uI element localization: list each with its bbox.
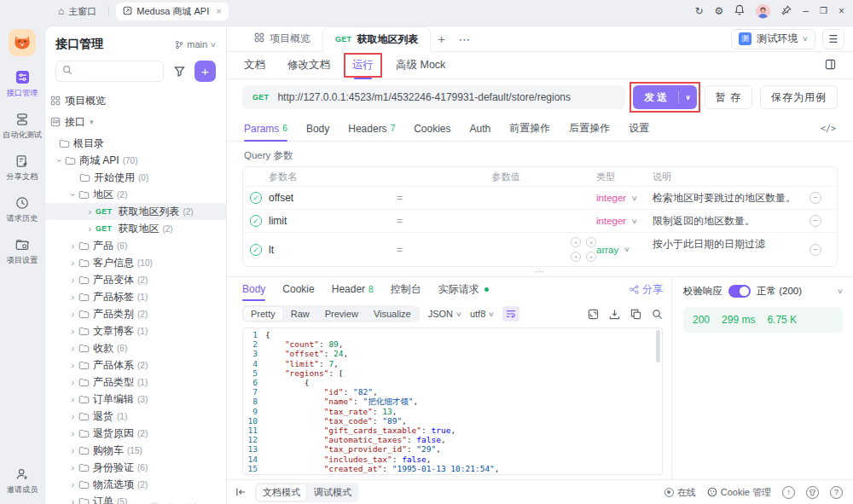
panel-splitter-handle[interactable]: ⋯: [227, 267, 853, 276]
tree-item-项目概览[interactable]: 项目概览: [45, 92, 226, 109]
hamburger-menu-icon[interactable]: ☰: [822, 29, 844, 49]
param-tab-Headers[interactable]: Headers7: [348, 116, 395, 142]
tree-item-收款[interactable]: ›收款(6): [45, 339, 226, 356]
chevron-right-icon[interactable]: ›: [67, 241, 78, 251]
tree-item-地区[interactable]: ›地区(2): [45, 186, 226, 203]
scrollbar-thumb[interactable]: [656, 330, 660, 362]
chevron-right-icon[interactable]: ›: [67, 258, 78, 268]
chevron-right-icon[interactable]: ›: [67, 275, 78, 285]
param-tab-Cookies[interactable]: Cookies: [414, 116, 450, 142]
response-json-viewer[interactable]: 1{2 "count": 89,3 "offset": 24,4 "limit"…: [242, 327, 663, 475]
tree-item-文章博客[interactable]: ›文章博客(1): [45, 322, 226, 339]
param-tab-Body[interactable]: Body: [306, 116, 329, 142]
rail-item-share-doc[interactable]: 分享文档: [1, 154, 44, 182]
remove-item-icon[interactable]: ×: [586, 237, 596, 247]
validate-toggle[interactable]: [728, 285, 751, 298]
chevron-right-icon[interactable]: ›: [67, 344, 78, 353]
param-enabled-check[interactable]: ✓: [250, 215, 262, 227]
environment-selector[interactable]: 测 测试环境 ∨: [731, 29, 815, 49]
maximize-icon[interactable]: ❐: [820, 7, 827, 15]
chevron-right-icon[interactable]: ›: [67, 463, 78, 472]
mode-tab-文档模式[interactable]: 文档模式: [257, 484, 306, 501]
chevron-right-icon[interactable]: ›: [67, 310, 78, 319]
tree-item-根目录[interactable]: 根目录: [45, 135, 226, 152]
chevron-down-icon[interactable]: ›: [55, 155, 64, 166]
theme-shirt-icon[interactable]: [806, 486, 819, 499]
rail-item-auto-test[interactable]: 自动化测试: [1, 112, 44, 141]
chevron-right-icon[interactable]: ›: [67, 395, 78, 404]
request-tab-运行[interactable]: 运行: [352, 52, 374, 79]
format-tab-Raw[interactable]: Raw: [284, 307, 316, 321]
filter-icon[interactable]: [169, 61, 189, 82]
expand-icon[interactable]: [588, 309, 599, 320]
rail-item-project-settings[interactable]: 项目设置: [1, 237, 44, 266]
tab-project-overview[interactable]: 项目概览: [242, 26, 322, 52]
param-tab-后置操作[interactable]: 后置操作: [569, 116, 610, 142]
word-wrap-icon[interactable]: [502, 306, 519, 322]
tree-item-客户信息[interactable]: ›客户信息(10): [45, 254, 226, 271]
tree-item-订单编辑[interactable]: ›订单编辑(3): [45, 391, 226, 408]
upgrade-icon[interactable]: ↑: [782, 486, 795, 499]
settings-gear-icon[interactable]: ⚙: [715, 6, 724, 16]
chevron-down-icon[interactable]: ∨: [837, 287, 844, 295]
tree-item-产品标签[interactable]: ›产品标签(1): [45, 288, 226, 305]
add-api-button[interactable]: +: [194, 61, 216, 82]
param-type-select[interactable]: integer∨: [596, 193, 653, 203]
new-tab-button[interactable]: +: [431, 32, 451, 46]
tree-item-退货[interactable]: ›退货(1): [45, 408, 226, 425]
response-status-select[interactable]: 正常 (200): [757, 285, 802, 298]
rail-item-history[interactable]: 请求历史: [1, 195, 44, 224]
param-row-lt[interactable]: ✓lt=+×+×array∨按小于此日期的日期过滤−: [243, 232, 837, 266]
rail-item-api-manage[interactable]: 接口管理: [1, 70, 44, 99]
app-logo[interactable]: [9, 29, 36, 56]
format-tab-Visualize[interactable]: Visualize: [367, 307, 418, 321]
tab-more-icon[interactable]: ⋯: [452, 32, 478, 46]
param-type-select[interactable]: array∨: [596, 245, 653, 255]
encoding-select[interactable]: utf8∨: [470, 309, 494, 319]
add-item-icon[interactable]: +: [571, 252, 581, 262]
refresh-icon[interactable]: ↻: [695, 6, 704, 16]
param-row-limit[interactable]: ✓limit=integer∨限制返回的地区数量。−: [243, 209, 837, 232]
tree-item-产品类型[interactable]: ›产品类型(1): [45, 374, 226, 391]
response-tab-Body[interactable]: Body: [242, 277, 265, 301]
chevron-right-icon[interactable]: ›: [67, 480, 78, 490]
request-tab-修改文档[interactable]: 修改文档: [287, 52, 330, 79]
notifications-bell-icon[interactable]: [734, 4, 745, 18]
chevron-right-icon[interactable]: ›: [67, 327, 78, 336]
close-tab-icon[interactable]: ×: [216, 6, 221, 16]
help-icon[interactable]: ?: [830, 486, 843, 499]
user-avatar[interactable]: [756, 4, 770, 19]
param-enabled-check[interactable]: ✓: [250, 244, 262, 256]
send-button[interactable]: 发送 ∨: [633, 85, 697, 109]
download-icon[interactable]: [609, 309, 620, 320]
chevron-right-icon[interactable]: ›: [67, 446, 78, 455]
mode-tab-调试模式[interactable]: 调试模式: [308, 484, 357, 501]
tree-item-获取地区[interactable]: ›GET获取地区(2): [45, 220, 226, 237]
search-input[interactable]: [55, 61, 164, 82]
param-type-select[interactable]: integer∨: [596, 216, 653, 226]
chevron-right-icon[interactable]: ›: [67, 497, 78, 504]
param-tab-Params[interactable]: Params6: [244, 116, 287, 142]
cookie-manager[interactable]: Cookie 管理: [707, 486, 771, 499]
remove-param-icon[interactable]: −: [809, 244, 821, 256]
request-tab-高级 Mock[interactable]: 高级 Mock: [396, 52, 445, 79]
chevron-right-icon[interactable]: ›: [67, 378, 78, 387]
chevron-right-icon[interactable]: ›: [67, 361, 78, 370]
remove-param-icon[interactable]: −: [809, 192, 821, 204]
pin-icon[interactable]: [781, 5, 792, 18]
response-tab-Cookie[interactable]: Cookie: [282, 277, 314, 301]
param-tab-前置操作[interactable]: 前置操作: [509, 116, 550, 142]
format-tab-Preview[interactable]: Preview: [318, 307, 365, 321]
request-tab-文档[interactable]: 文档: [244, 52, 265, 79]
copy-icon[interactable]: [630, 309, 641, 320]
tree-item-物流选项[interactable]: ›物流选项(2): [45, 476, 226, 493]
project-window-tab[interactable]: Medusa 商城 API ×: [116, 3, 228, 20]
tab-get-regions[interactable]: GET 获取地区列表: [322, 26, 431, 52]
code-view-icon[interactable]: </>: [821, 124, 836, 133]
chevron-right-icon[interactable]: ›: [84, 207, 96, 217]
tree-item-产品类别[interactable]: ›产品类别(2): [45, 305, 226, 322]
response-tab-实际请求[interactable]: 实际请求: [438, 277, 489, 301]
chevron-right-icon[interactable]: ›: [67, 293, 78, 302]
param-tab-设置[interactable]: 设置: [629, 116, 649, 142]
chevron-down-icon[interactable]: ›: [68, 189, 78, 200]
